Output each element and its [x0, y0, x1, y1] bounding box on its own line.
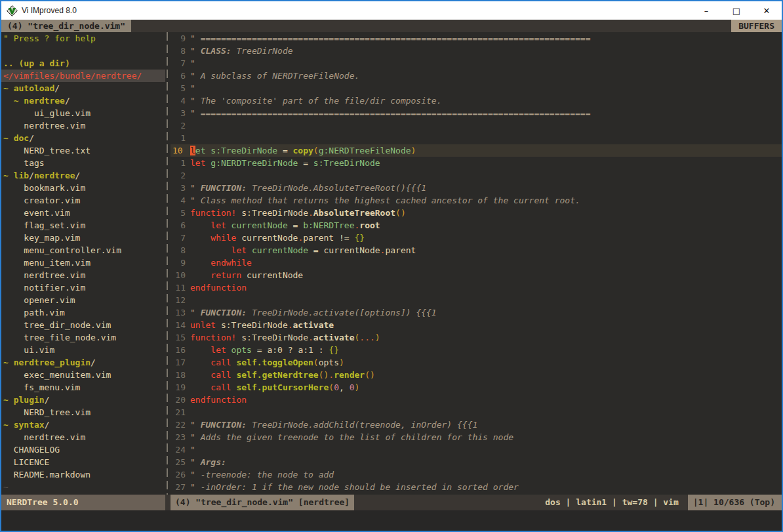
maximize-button[interactable]: □ — [721, 1, 752, 20]
close-button[interactable]: ✕ — [752, 1, 782, 20]
line-number: 1 — [171, 132, 190, 144]
code-line[interactable]: 2 — [171, 169, 782, 182]
tree-item[interactable] — [1, 45, 165, 57]
line-number: 12 — [171, 294, 190, 306]
tree-item[interactable]: NERD_tree.vim — [1, 406, 165, 419]
code-line[interactable]: 1let g:NERDTreeDirNode = s:TreeDirNode — [171, 157, 782, 169]
tree-item[interactable]: ~ nerdtree/ — [1, 94, 165, 107]
tree-item[interactable]: LICENCE — [1, 456, 165, 468]
tree-item[interactable]: NERD_tree.txt — [1, 144, 165, 157]
code-line[interactable]: 3" =====================================… — [171, 107, 782, 119]
code-line[interactable]: 15function! s:TreeDirNode.activate(...) — [171, 331, 782, 344]
code-line[interactable]: 8" CLASS: TreeDirNode — [171, 45, 782, 57]
code-line[interactable]: 6" A subclass of NERDTreeFileNode. — [171, 70, 782, 82]
code-line[interactable]: 20endfunction — [171, 394, 782, 406]
buffers-label[interactable]: BUFFERS — [731, 20, 782, 32]
code-line[interactable]: 18 call self.getNerdtree().render() — [171, 369, 782, 381]
code-line[interactable]: 19 call self.putCursorHere(0, 0) — [171, 381, 782, 394]
tree-item[interactable]: tags — [1, 157, 165, 169]
line-number: 19 — [171, 381, 190, 394]
tree-item[interactable]: ~ lib/nerdtree/ — [1, 169, 165, 182]
line-number: 13 — [171, 306, 190, 319]
tree-item[interactable]: notifier.vim — [1, 281, 165, 294]
code-line[interactable]: 11endfunction — [171, 281, 782, 294]
code-line[interactable]: 23" Adds the given treenode to the list … — [171, 431, 782, 443]
window-separator[interactable] — [165, 32, 171, 495]
code-line[interactable]: 24" — [171, 443, 782, 456]
code-line[interactable]: 10 return currentNode — [171, 269, 782, 281]
tree-item[interactable]: ~ nerdtree_plugin/ — [1, 356, 165, 369]
minimize-button[interactable]: – — [691, 1, 721, 20]
tree-item[interactable]: nerdtree.vim — [1, 269, 165, 281]
code-line[interactable]: 5function! s:TreeDirNode.AbsoluteTreeRoo… — [171, 207, 782, 219]
tree-item[interactable]: exec_menuitem.vim — [1, 369, 165, 381]
code-line[interactable]: 16 let opts = a:0 ? a:1 : {} — [171, 344, 782, 356]
tree-item[interactable]: nerdtree.vim — [1, 431, 165, 443]
code-line[interactable]: 9 endwhile — [171, 256, 782, 269]
tree-item[interactable]: menu_controller.vim — [1, 244, 165, 256]
tree-item[interactable]: ui.vim — [1, 344, 165, 356]
code-line[interactable]: 6 let currentNode = b:NERDTree.root — [171, 219, 782, 232]
code-line[interactable]: 1 — [171, 132, 782, 144]
tab-tree-dir-node[interactable]: (4) "tree_dir_node.vim" — [1, 20, 131, 32]
code-line[interactable]: 8 let currentNode = currentNode.parent — [171, 244, 782, 256]
tree-item-selected[interactable]: </vimfiles/bundle/nerdtree/ — [1, 70, 165, 82]
code-line[interactable]: 9" =====================================… — [171, 32, 782, 45]
code-line[interactable]: 12 — [171, 294, 782, 306]
code-line[interactable]: 13" FUNCTION: TreeDirNode.activate([opti… — [171, 306, 782, 319]
line-number: 5 — [171, 82, 190, 94]
main-area: " Press ? for help.. (up a dir)</vimfile… — [1, 32, 782, 495]
line-number: 9 — [171, 256, 190, 269]
line-number: 5 — [171, 207, 190, 219]
code-line[interactable]: 26" -treenode: the node to add — [171, 468, 782, 481]
command-line[interactable] — [1, 510, 782, 531]
code-line[interactable]: 21 — [171, 406, 782, 419]
tree-item[interactable]: ~ — [1, 481, 165, 493]
tree-item[interactable]: ~ autoload/ — [1, 82, 165, 94]
tree-item[interactable]: " Press ? for help — [1, 32, 165, 45]
tree-item[interactable]: .. (up a dir) — [1, 57, 165, 70]
tree-item[interactable]: path.vim — [1, 306, 165, 319]
line-number: 24 — [171, 443, 190, 456]
code-line[interactable]: 17 call self.toggleOpen(opts) — [171, 356, 782, 369]
tree-item[interactable]: flag_set.vim — [1, 219, 165, 232]
tree-item[interactable]: CHANGELOG — [1, 443, 165, 456]
tree-item[interactable]: nerdtree.vim — [1, 119, 165, 132]
tree-item[interactable]: ~ syntax/ — [1, 419, 165, 431]
code-line[interactable]: 3" FUNCTION: TreeDirNode.AbsoluteTreeRoo… — [171, 182, 782, 194]
line-number: 20 — [171, 394, 190, 406]
tree-item[interactable]: opener.vim — [1, 294, 165, 306]
code-line[interactable]: 4" The 'composite' part of the file/dir … — [171, 94, 782, 107]
line-number: 21 — [171, 406, 190, 419]
tree-item[interactable]: event.vim — [1, 207, 165, 219]
tree-item[interactable]: bookmark.vim — [1, 182, 165, 194]
tree-item[interactable]: creator.vim — [1, 194, 165, 207]
code-line-current[interactable]: 10let s:TreeDirNode = copy(g:NERDTreeFil… — [171, 144, 782, 157]
tabline-fill — [131, 20, 731, 32]
tree-item[interactable]: fs_menu.vim — [1, 381, 165, 394]
line-number: 26 — [171, 468, 190, 481]
code-line[interactable]: 5" — [171, 82, 782, 94]
tree-item[interactable]: ui_glue.vim — [1, 107, 165, 119]
line-number: 3 — [171, 182, 190, 194]
code-line[interactable]: 7 while currentNode.parent != {} — [171, 232, 782, 244]
tree-item[interactable]: README.markdown — [1, 468, 165, 481]
tree-item[interactable]: menu_item.vim — [1, 256, 165, 269]
tree-item[interactable]: tree_file_node.vim — [1, 331, 165, 344]
line-number: 6 — [171, 219, 190, 232]
code-line[interactable]: 7" — [171, 57, 782, 70]
line-number: 18 — [171, 369, 190, 381]
tree-item[interactable]: key_map.vim — [1, 232, 165, 244]
code-line[interactable]: 25" Args: — [171, 456, 782, 468]
statusline-info: dos | latin1 | tw=78 | vim — [354, 495, 688, 510]
code-line[interactable]: 22" FUNCTION: TreeDirNode.addChild(treen… — [171, 419, 782, 431]
tree-item[interactable]: ~ plugin/ — [1, 394, 165, 406]
line-number: 10 — [171, 269, 190, 281]
tree-item[interactable]: tree_dir_node.vim — [1, 319, 165, 331]
code-line[interactable]: 2 — [171, 119, 782, 132]
tree-item[interactable]: ~ doc/ — [1, 132, 165, 144]
code-line[interactable]: 14unlet s:TreeDirNode.activate — [171, 319, 782, 331]
code-line[interactable]: 27" -inOrder: 1 if the new node should b… — [171, 481, 782, 493]
line-number: 8 — [171, 45, 190, 57]
code-line[interactable]: 4" Class method that returns the highest… — [171, 194, 782, 207]
